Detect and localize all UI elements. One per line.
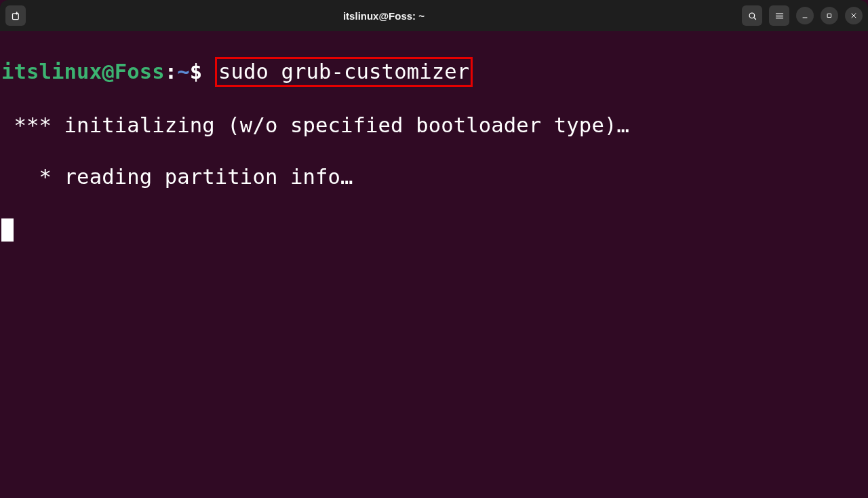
output-line-2: * reading partition info… [1,164,868,190]
typed-command: sudo grub-customizer [218,60,469,83]
new-tab-icon [11,11,21,21]
command-highlight: sudo grub-customizer [215,57,473,87]
minimize-button[interactable] [796,7,814,24]
titlebar-right [742,5,863,26]
svg-point-1 [749,13,755,18]
prompt-line: itslinux@Foss:~$ sudo grub-customizer [1,57,868,87]
window-title: itslinux@Foss: ~ [26,10,742,22]
close-button[interactable] [845,7,863,24]
prompt-user-host: itslinux@Foss [1,60,165,83]
maximize-button[interactable] [821,7,838,24]
text-cursor [1,218,14,242]
titlebar-left [5,5,26,26]
minimize-icon [801,12,809,20]
maximize-icon [825,12,833,20]
terminal-area[interactable]: itslinux@Foss:~$ sudo grub-customizer **… [0,31,868,498]
output-line-1: *** initializing (w/o specified bootload… [1,113,868,138]
prompt-path: ~ [177,60,190,83]
svg-rect-0 [12,13,18,19]
cursor-line [1,216,868,242]
prompt-symbol: $ [190,60,203,83]
menu-button[interactable] [769,5,789,26]
close-icon [850,12,858,20]
search-icon [747,11,757,21]
new-tab-button[interactable] [5,5,26,26]
search-button[interactable] [742,5,762,26]
hamburger-icon [774,11,785,21]
svg-rect-2 [828,14,831,18]
prompt-separator: : [165,60,178,83]
titlebar: itslinux@Foss: ~ [0,0,868,31]
